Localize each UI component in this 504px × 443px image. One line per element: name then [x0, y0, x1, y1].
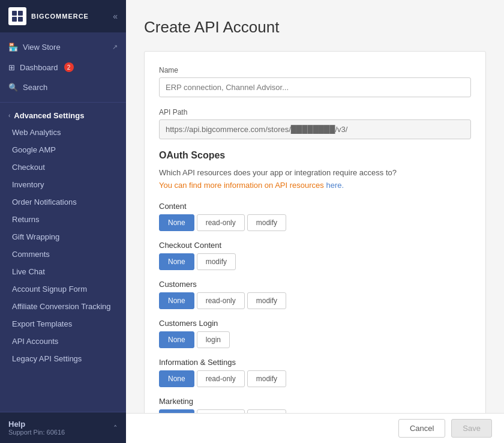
collapse-sidebar-button[interactable]: « [113, 11, 118, 21]
sidebar-item-dashboard[interactable]: ⊞ Dashboard 2 [0, 57, 126, 77]
scope-content-buttons: None read-only modify [159, 214, 471, 231]
oauth-desc: Which API resources does your app or int… [159, 168, 471, 177]
dashboard-icon: ⊞ [8, 63, 15, 72]
footer-chevron-icon[interactable]: ˄ [113, 424, 118, 433]
scope-information-settings-buttons: None read-only modify [159, 370, 471, 387]
scope-marketing: Marketing None read-only modify [159, 397, 471, 413]
page-title: Create API Account [144, 18, 486, 37]
name-label: Name [159, 66, 471, 74]
sidebar-item-affiliate-conversion-tracking[interactable]: Affiliate Conversion Tracking [0, 298, 126, 315]
footer-help-label: Help [8, 420, 118, 429]
scope-customers-none-button[interactable]: None [159, 292, 194, 309]
scope-information-settings-modify-button[interactable]: modify [247, 370, 286, 387]
scope-information-settings-label: Information & Settings [159, 358, 471, 367]
scope-marketing-label: Marketing [159, 397, 471, 406]
oauth-resources-link[interactable]: here. [326, 181, 344, 190]
scope-checkout-content: Checkout Content None modify [159, 241, 471, 270]
sidebar-item-export-templates[interactable]: Export Templates [0, 315, 126, 333]
sidebar-section-advanced-settings[interactable]: ‹ Advanced Settings [0, 103, 126, 124]
section-chevron-icon: ‹ [8, 112, 10, 119]
api-path-input [159, 119, 471, 139]
svg-rect-0 [12, 11, 17, 16]
api-path-label: API Path [159, 108, 471, 116]
sidebar-item-gift-wrapping[interactable]: Gift Wrapping [0, 228, 126, 246]
logo-area: BIGCOMMERCE [8, 7, 89, 25]
scope-content-label: Content [159, 202, 471, 211]
scope-customers-login-none-button[interactable]: None [159, 331, 194, 348]
sidebar-item-view-store[interactable]: 🏪 View Store ↗ [0, 37, 126, 57]
scope-content-modify-button[interactable]: modify [247, 214, 286, 231]
footer-support-label: Support Pin: 60616 [8, 429, 118, 436]
search-label: Search [23, 83, 47, 92]
scope-customers-buttons: None read-only modify [159, 292, 471, 309]
store-icon: 🏪 [8, 43, 18, 52]
scope-information-settings-none-button[interactable]: None [159, 370, 194, 387]
scope-information-settings: Information & Settings None read-only mo… [159, 358, 471, 387]
scope-customers-login-label: Customers Login [159, 319, 471, 328]
sidebar-item-comments[interactable]: Comments [0, 246, 126, 263]
sidebar-item-returns[interactable]: Returns [0, 211, 126, 228]
save-button[interactable]: Save [451, 419, 492, 438]
sidebar-item-inventory[interactable]: Inventory [0, 176, 126, 193]
logo-text: BIGCOMMERCE [31, 13, 89, 20]
view-store-label: View Store [23, 43, 61, 52]
logo-icon [8, 7, 26, 25]
svg-rect-2 [12, 17, 17, 22]
sidebar-item-api-accounts[interactable]: API Accounts [0, 333, 126, 350]
scope-customers: Customers None read-only modify [159, 280, 471, 309]
scope-checkout-content-modify-button[interactable]: modify [197, 253, 236, 270]
sidebar-item-legacy-api-settings[interactable]: Legacy API Settings [0, 350, 126, 367]
sidebar: BIGCOMMERCE « 🏪 View Store ↗ ⊞ Dashboard… [0, 0, 126, 443]
sidebar-menu: Web Analytics Google AMP Checkout Invent… [0, 124, 126, 412]
name-form-group: Name [159, 66, 471, 97]
scope-checkout-content-none-button[interactable]: None [159, 253, 194, 270]
svg-rect-3 [18, 17, 23, 22]
oauth-scopes-section: OAuth Scopes Which API resources does yo… [159, 150, 471, 413]
scope-customers-readonly-button[interactable]: read-only [197, 292, 245, 309]
oauth-title: OAuth Scopes [159, 150, 471, 161]
oauth-link-line: You can find more information on API res… [159, 181, 471, 190]
search-icon: 🔍 [8, 83, 18, 92]
scope-customers-modify-button[interactable]: modify [247, 292, 286, 309]
api-path-form-group: API Path [159, 108, 471, 139]
scope-customers-login-buttons: None login [159, 331, 471, 348]
main-content: Create API Account Name API Path OAuth S… [126, 0, 504, 413]
scope-checkout-content-buttons: None modify [159, 253, 471, 270]
scope-content-none-button[interactable]: None [159, 214, 194, 231]
sidebar-footer: Help Support Pin: 60616 ˄ [0, 412, 126, 443]
sidebar-item-web-analytics[interactable]: Web Analytics [0, 124, 126, 141]
sidebar-item-checkout[interactable]: Checkout [0, 158, 126, 176]
scope-customers-login-login-button[interactable]: login [197, 331, 230, 348]
cancel-button[interactable]: Cancel [398, 419, 445, 438]
dashboard-label: Dashboard [20, 63, 58, 72]
sidebar-nav-top: 🏪 View Store ↗ ⊞ Dashboard 2 🔍 Search [0, 32, 126, 103]
scope-customers-label: Customers [159, 280, 471, 289]
sidebar-item-order-notifications[interactable]: Order Notifications [0, 193, 126, 211]
scope-customers-login: Customers Login None login [159, 319, 471, 348]
dashboard-badge: 2 [64, 62, 74, 72]
create-api-form-card: Name API Path OAuth Scopes Which API res… [144, 51, 486, 413]
sidebar-item-account-signup-form[interactable]: Account Signup Form [0, 280, 126, 298]
svg-rect-1 [18, 11, 23, 16]
external-link-icon: ↗ [112, 43, 118, 51]
name-input[interactable] [159, 77, 471, 97]
scope-information-settings-readonly-button[interactable]: read-only [197, 370, 245, 387]
sidebar-header: BIGCOMMERCE « [0, 0, 126, 32]
sidebar-item-search[interactable]: 🔍 Search [0, 77, 126, 97]
bottom-action-bar: Cancel Save [126, 413, 504, 443]
section-label: Advanced Settings [14, 111, 84, 120]
sidebar-item-google-amp[interactable]: Google AMP [0, 141, 126, 158]
scope-content: Content None read-only modify [159, 202, 471, 231]
main-content-area: Create API Account Name API Path OAuth S… [126, 0, 504, 443]
sidebar-item-live-chat[interactable]: Live Chat [0, 263, 126, 280]
scope-checkout-content-label: Checkout Content [159, 241, 471, 250]
scope-content-readonly-button[interactable]: read-only [197, 214, 245, 231]
